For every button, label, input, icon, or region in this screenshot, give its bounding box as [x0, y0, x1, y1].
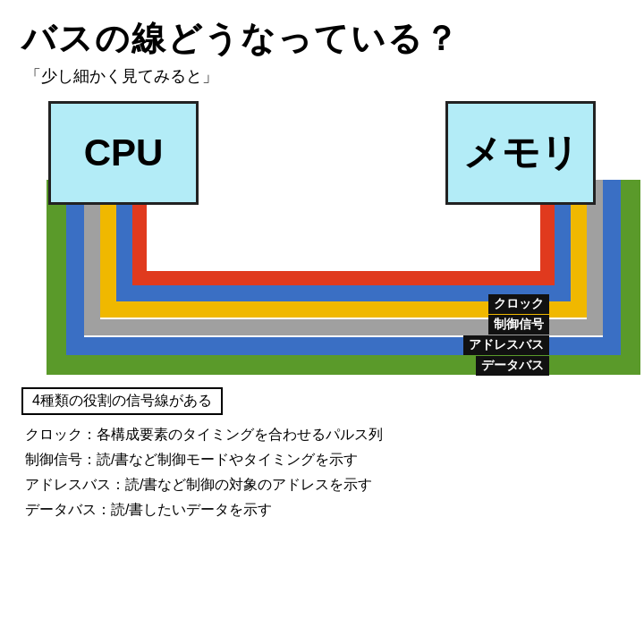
descriptions: クロック：各構成要素のタイミングを合わせるパルス列 制御信号：読/書など制御モー…: [21, 424, 623, 521]
memory-label: メモリ: [463, 128, 579, 178]
desc-address: アドレスバス：読/書など制御の対象のアドレスを示す: [21, 474, 623, 496]
control-label: 制御信号: [488, 315, 549, 335]
desc-clock: クロック：各構成要素のタイミングを合わせるパルス列: [21, 424, 623, 445]
main-container: バスの線どうなっている？ 「少し細かく見てみると」 CPU メモリ クロック 制…: [0, 0, 644, 644]
desc-control: 制御信号：読/書など制御モードやタイミングを示す: [21, 449, 623, 470]
caption-text: 4種類の役割の信号線がある: [32, 393, 212, 408]
bus-container: クロック 制御信号 アドレスバス データバス: [21, 180, 644, 386]
page-title: バスの線どうなっている？: [21, 16, 623, 62]
subtitle: 「少し細かく見てみると」: [21, 65, 623, 87]
data-label: データバス: [476, 356, 549, 376]
cpu-box: CPU: [48, 101, 199, 205]
bus-labels: クロック 制御信号 アドレスバス データバス: [463, 294, 549, 377]
clock-label: クロック: [488, 294, 549, 314]
diagram-area: CPU メモリ クロック 制御信号 アドレスバス データバス: [21, 101, 623, 378]
cpu-label: CPU: [84, 131, 164, 174]
caption-box: 4種類の役割の信号線がある: [21, 387, 223, 415]
memory-box: メモリ: [445, 101, 596, 205]
address-label: アドレスバス: [463, 335, 549, 355]
desc-data: データバス：読/書したいデータを示す: [21, 499, 623, 521]
